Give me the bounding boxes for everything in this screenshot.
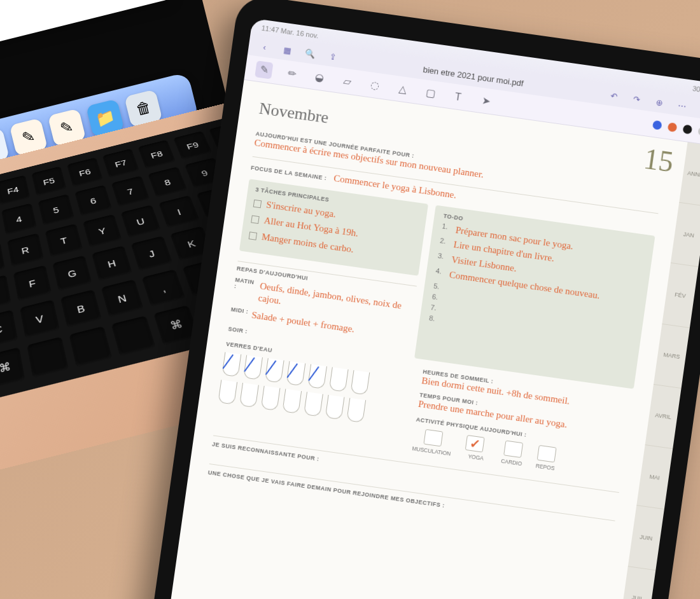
activity-checkbox[interactable]: [537, 444, 557, 462]
water-glass[interactable]: [351, 370, 370, 395]
meal-soir-text: [251, 329, 251, 335]
water-glass[interactable]: [243, 355, 263, 380]
pinterest-panel: Mood 13 éléments Travel / Pinterest 13 é…: [0, 0, 172, 81]
meal-matin-label: MATIN :: [232, 277, 257, 303]
water-glass[interactable]: [218, 380, 237, 404]
planner-page[interactable]: 15 Novembre AUJOURD'HUI EST UNE JOURNÉE …: [167, 80, 688, 599]
image-tool-icon[interactable]: ▢: [421, 84, 440, 102]
keyboard-key: 4: [1, 203, 37, 235]
meal-midi-label: MIDI :: [230, 306, 249, 320]
keyboard-key: [69, 326, 112, 368]
keyboard-key: I: [158, 195, 200, 228]
keyboard-key: J: [130, 236, 172, 272]
shapes-tool-icon[interactable]: △: [393, 79, 412, 98]
activity-option[interactable]: YOGA: [464, 435, 490, 462]
keyboard-key: F9: [173, 131, 212, 160]
color-swatch[interactable]: [697, 126, 700, 136]
checkbox-icon[interactable]: [249, 231, 258, 240]
water-glass[interactable]: [282, 389, 302, 413]
water-glass[interactable]: [261, 386, 281, 411]
keyboard-key: ,: [142, 269, 186, 307]
activity-name: REPOS: [535, 462, 555, 471]
keyboard-key: U: [121, 205, 161, 238]
lasso-tool-icon[interactable]: ◌: [366, 76, 384, 94]
keyboard-key: ⌘: [0, 347, 25, 389]
water-glass[interactable]: [325, 395, 345, 420]
activity-option[interactable]: REPOS: [535, 444, 557, 471]
activity-checkbox[interactable]: [423, 429, 443, 446]
close-icon[interactable]: ✕: [697, 100, 700, 116]
redo-icon[interactable]: ↷: [629, 91, 645, 107]
checkbox-icon[interactable]: [251, 216, 260, 224]
eraser-tool-icon[interactable]: ◒: [310, 68, 328, 86]
undo-icon[interactable]: ↶: [606, 88, 622, 104]
text-tool-icon[interactable]: T: [449, 88, 467, 106]
water-glass[interactable]: [304, 392, 323, 417]
activity-checkbox[interactable]: [503, 440, 523, 458]
pointer-tool-icon[interactable]: ➤: [477, 92, 495, 110]
pinterest-board-row[interactable]: Travel / Pinterest 13 éléments: [0, 0, 149, 15]
back-icon[interactable]: ‹: [256, 39, 272, 55]
water-glass[interactable]: [329, 367, 349, 392]
checkbox-icon[interactable]: [253, 199, 262, 208]
activity-name: CARDIO: [501, 457, 522, 467]
water-glass[interactable]: [265, 358, 284, 383]
activity-option[interactable]: MUSCULATION: [412, 427, 454, 457]
activity-checkbox[interactable]: [465, 435, 485, 453]
keyboard-key: N: [101, 279, 144, 317]
keyboard-key: F: [13, 265, 52, 301]
pen-tool-icon[interactable]: ✎: [255, 60, 273, 79]
keyboard-key: 6: [74, 185, 112, 217]
keyboard-key: R: [7, 233, 44, 268]
keyboard-key: E: [0, 242, 5, 277]
keyboard-key: [27, 336, 69, 378]
status-battery: 30 % ▪: [692, 85, 700, 95]
keyboard-key: F5: [31, 166, 66, 196]
water-glass[interactable]: [346, 398, 366, 423]
meal-soir-label: SOIR :: [228, 326, 248, 334]
ipad: 11:47 Mar. 16 nov. 30 % ▪ ‹ ▦ 🔍 ⇪ bien e…: [148, 0, 700, 599]
keyboard-key: C: [0, 310, 18, 349]
day-number: 15: [642, 142, 676, 179]
keyboard-key: T: [45, 224, 83, 258]
keyboard-key: 5: [38, 194, 75, 226]
water-glass[interactable]: [307, 364, 327, 389]
water-glass[interactable]: [221, 352, 241, 377]
keyboard-key: 8: [148, 167, 187, 198]
color-swatch[interactable]: [668, 122, 678, 132]
grid-icon[interactable]: ▦: [279, 42, 295, 58]
keyboard-key: F7: [102, 149, 139, 179]
keyboard-key: [111, 315, 156, 356]
activity-name: MUSCULATION: [412, 445, 451, 457]
color-swatch[interactable]: [652, 120, 662, 130]
keyboard-key: 7: [111, 176, 150, 207]
keyboard-key: V: [20, 300, 60, 338]
water-glass[interactable]: [239, 383, 259, 408]
color-swatch[interactable]: [682, 124, 692, 134]
activity-name: YOGA: [468, 453, 484, 461]
keyboard-key: D: [0, 275, 11, 312]
pencil-tool-icon[interactable]: ✏: [283, 64, 301, 83]
keyboard-key: F6: [67, 158, 103, 188]
keyboard-key: Y: [83, 214, 122, 248]
share-icon[interactable]: ⇪: [325, 48, 340, 64]
water-glass[interactable]: [286, 361, 305, 386]
more-icon[interactable]: ⋯: [674, 97, 690, 113]
keyboard-key: H: [92, 245, 132, 281]
focus-label: FOCUS DE LA SEMAINE :: [251, 164, 327, 181]
keyboard-key: B: [60, 289, 102, 328]
keyboard-key: F4: [0, 175, 30, 205]
keyboard-key: F8: [137, 140, 176, 169]
search-icon[interactable]: 🔍: [302, 45, 318, 61]
activity-option[interactable]: CARDIO: [501, 440, 525, 467]
highlighter-tool-icon[interactable]: ▱: [338, 72, 356, 90]
grateful-label: JE SUIS RECONNAISSANTE POUR :: [212, 441, 320, 462]
add-icon[interactable]: ⊕: [651, 94, 667, 110]
keyboard-key: G: [52, 256, 92, 292]
tomorrow-label: UNE CHOSE QUE JE VAIS FAIRE DEMAIN POUR …: [207, 469, 445, 508]
